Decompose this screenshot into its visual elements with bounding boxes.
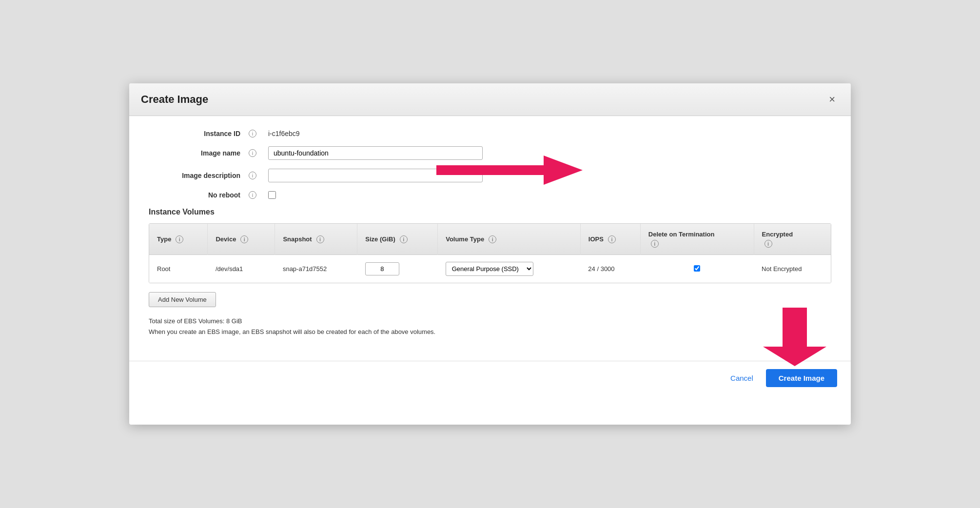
col-device: Device i xyxy=(208,224,275,255)
footer-info-line2: When you create an EBS image, an EBS sna… xyxy=(149,327,831,337)
left-arrow-annotation xyxy=(436,156,583,185)
volumes-header-row: Type i Device i Snapshot xyxy=(149,224,831,255)
image-description-label: Image description xyxy=(149,172,246,179)
volumes-section-title: Instance Volumes xyxy=(149,208,831,216)
row-volume-type: General Purpose (SSD) Provisioned IOPS (… xyxy=(438,255,581,283)
row-encrypted: Not Encrypted xyxy=(754,255,831,283)
type-col-info-icon: i xyxy=(176,235,183,243)
right-arrow-annotation xyxy=(763,308,826,366)
volumes-table-wrap: Type i Device i Snapshot xyxy=(149,223,831,283)
col-encrypted: Encrypted i xyxy=(754,224,831,255)
size-input[interactable] xyxy=(365,262,399,275)
encrypted-col-info-icon: i xyxy=(764,240,772,248)
delete-on-termination-col-info-icon: i xyxy=(651,240,659,248)
volumes-table-head: Type i Device i Snapshot xyxy=(149,224,831,255)
device-col-info-icon: i xyxy=(240,235,248,243)
volume-type-col-info-icon: i xyxy=(489,235,496,243)
col-type: Type i xyxy=(149,224,208,255)
add-new-volume-button[interactable]: Add New Volume xyxy=(149,292,216,307)
col-delete-on-termination: Delete on Termination i xyxy=(640,224,754,255)
col-iops: IOPS i xyxy=(580,224,640,255)
row-device: /dev/sda1 xyxy=(208,255,275,283)
size-col-info-icon: i xyxy=(400,235,408,243)
dialog-body: Instance ID i i-c1f6ebc9 Image name i Im… xyxy=(129,116,851,361)
delete-on-termination-checkbox[interactable] xyxy=(694,265,700,272)
row-iops: 24 / 3000 xyxy=(580,255,640,283)
cancel-button[interactable]: Cancel xyxy=(725,370,759,386)
row-snapshot: snap-a71d7552 xyxy=(275,255,357,283)
instance-id-row: Instance ID i i-c1f6ebc9 xyxy=(149,130,831,137)
dialog-footer: Cancel Create Image xyxy=(129,361,851,395)
image-description-info-icon: i xyxy=(249,172,256,179)
svg-marker-1 xyxy=(763,308,826,366)
volume-type-select[interactable]: General Purpose (SSD) Provisioned IOPS (… xyxy=(446,262,533,276)
instance-id-info-icon: i xyxy=(249,130,256,137)
row-size xyxy=(357,255,438,283)
image-name-label: Image name xyxy=(149,149,246,157)
footer-info-line1: Total size of EBS Volumes: 8 GiB xyxy=(149,316,831,327)
col-volume-type: Volume Type i xyxy=(438,224,581,255)
image-name-info-icon: i xyxy=(249,149,256,157)
create-image-dialog: Create Image × Instance ID i i-c1f6ebc9 … xyxy=(129,83,851,425)
col-snapshot: Snapshot i xyxy=(275,224,357,255)
no-reboot-info-icon: i xyxy=(249,191,256,199)
no-reboot-checkbox[interactable] xyxy=(268,191,276,199)
close-button[interactable]: × xyxy=(825,92,839,107)
instance-id-value: i-c1f6ebc9 xyxy=(268,130,300,137)
volumes-table: Type i Device i Snapshot xyxy=(149,224,831,283)
row-type: Root xyxy=(149,255,208,283)
svg-marker-0 xyxy=(436,156,583,185)
snapshot-col-info-icon: i xyxy=(316,235,324,243)
volumes-table-body: Root /dev/sda1 snap-a71d7552 xyxy=(149,255,831,283)
dialog-title: Create Image xyxy=(141,93,208,106)
row-delete-on-termination xyxy=(640,255,754,283)
table-row: Root /dev/sda1 snap-a71d7552 xyxy=(149,255,831,283)
iops-col-info-icon: i xyxy=(608,235,616,243)
footer-info: Total size of EBS Volumes: 8 GiB When yo… xyxy=(149,316,831,337)
dialog-header: Create Image × xyxy=(129,83,851,116)
create-image-button[interactable]: Create Image xyxy=(766,369,837,387)
col-size: Size (GiB) i xyxy=(357,224,438,255)
no-reboot-row: No reboot i xyxy=(149,191,831,199)
instance-id-label: Instance ID xyxy=(149,130,246,137)
no-reboot-label: No reboot xyxy=(149,191,246,199)
